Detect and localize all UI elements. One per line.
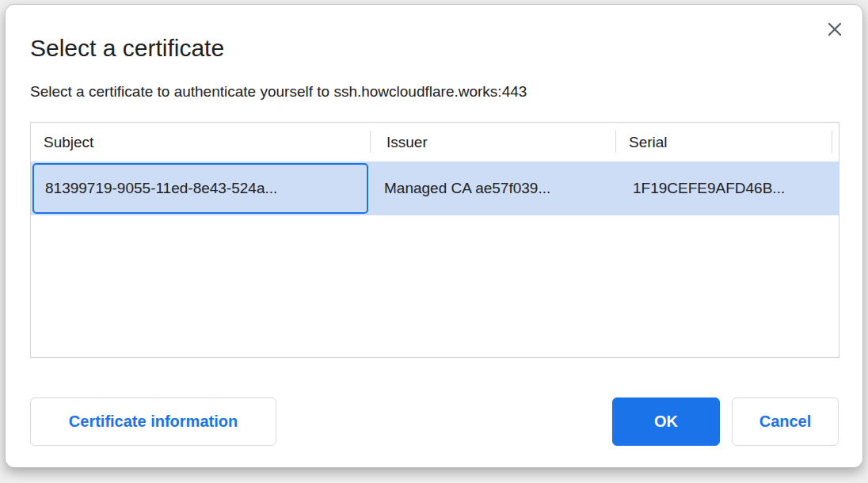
close-button[interactable]: [821, 16, 848, 43]
table-header-row: Subject Issuer Serial: [31, 123, 839, 162]
certificate-row-selected[interactable]: 81399719-9055-11ed-8e43-524a... Managed …: [31, 162, 839, 215]
cell-serial[interactable]: 1F19CEFE9AFD46B...: [615, 162, 832, 215]
column-header-subject: Subject: [31, 123, 370, 162]
column-header-serial: Serial: [615, 123, 832, 162]
cancel-button[interactable]: Cancel: [732, 397, 839, 446]
cell-issuer[interactable]: Managed CA ae57f039...: [369, 162, 615, 215]
close-icon: [826, 21, 843, 38]
dialog-subtitle: Select a certificate to authenticate you…: [30, 82, 527, 102]
ok-button[interactable]: OK: [612, 397, 720, 446]
certificate-table: Subject Issuer Serial 81399719-9055-11ed…: [30, 122, 839, 358]
cell-subject[interactable]: 81399719-9055-11ed-8e43-524a...: [32, 163, 368, 214]
scrollbar-gutter: [832, 123, 839, 162]
page-title: Select a certificate: [30, 33, 224, 63]
certificate-information-button[interactable]: Certificate information: [30, 397, 276, 446]
certificate-select-dialog: Select a certificate Select a certificat…: [5, 4, 863, 468]
column-header-issuer: Issuer: [370, 123, 615, 162]
